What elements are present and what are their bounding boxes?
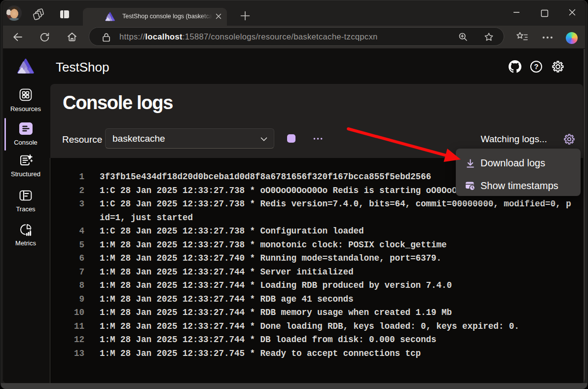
svg-text:?: ? — [534, 62, 538, 71]
